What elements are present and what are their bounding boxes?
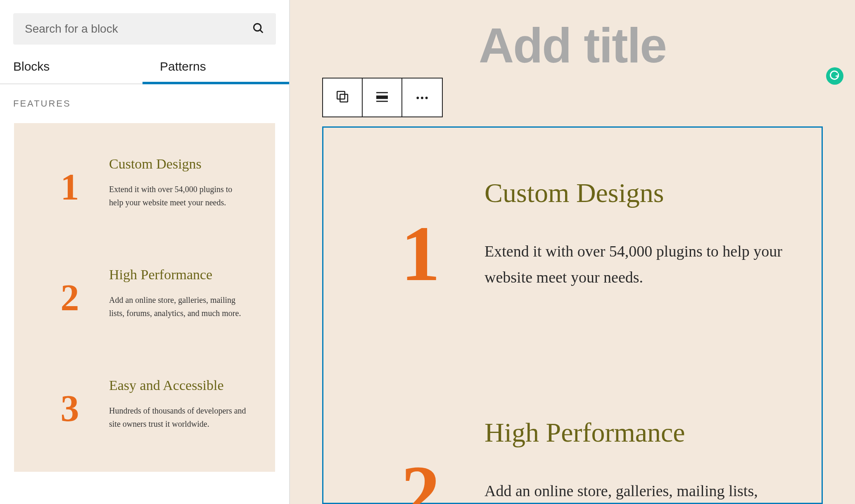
search-icon xyxy=(252,22,264,36)
pattern-preview-card[interactable]: 1 Custom Designs Extend it with over 54,… xyxy=(14,123,275,472)
feature-number[interactable]: 2 xyxy=(356,417,484,504)
alignment-button[interactable] xyxy=(363,78,402,116)
svg-rect-3 xyxy=(340,94,347,102)
feature-description[interactable]: Add an online store, galleries, mailing … xyxy=(484,478,788,504)
feature-description[interactable]: Extend it with over 54,000 plugins to he… xyxy=(484,238,788,290)
feature-title[interactable]: High Performance xyxy=(484,417,788,448)
svg-line-1 xyxy=(260,30,263,33)
feature-title: High Performance xyxy=(109,267,246,283)
editor-canvas[interactable]: Add title xyxy=(290,0,855,504)
feature-number[interactable]: 1 xyxy=(356,177,484,293)
feature-title[interactable]: Custom Designs xyxy=(484,177,788,209)
tab-blocks[interactable]: Blocks xyxy=(0,49,142,83)
feature-description: Hundreds of thousands of developers and … xyxy=(109,404,246,430)
feature-number: 1 xyxy=(31,156,109,206)
search-box[interactable] xyxy=(13,13,276,45)
svg-rect-4 xyxy=(376,92,388,93)
list-item: 2 High Performance Add an online store, … xyxy=(356,417,788,504)
svg-point-8 xyxy=(421,97,423,99)
pattern-category-label: FEATURES xyxy=(0,84,289,113)
feature-number: 2 xyxy=(31,267,109,316)
feature-description: Add an online store, galleries, mailing … xyxy=(109,293,246,320)
feature-title: Easy and Accessible xyxy=(109,378,246,393)
block-toolbar xyxy=(322,78,443,117)
list-item: 1 Custom Designs Extend it with over 54,… xyxy=(31,156,259,209)
search-input[interactable] xyxy=(25,22,252,36)
selected-pattern-block[interactable]: 1 Custom Designs Extend it with over 54,… xyxy=(322,126,823,504)
block-type-button[interactable] xyxy=(323,78,363,116)
list-item: 1 Custom Designs Extend it with over 54,… xyxy=(356,177,788,293)
align-icon xyxy=(375,91,389,104)
feature-number: 3 xyxy=(31,378,109,427)
svg-point-9 xyxy=(425,97,428,99)
inserter-tabs: Blocks Patterns xyxy=(0,49,289,84)
svg-point-7 xyxy=(416,97,419,99)
block-inserter-sidebar: Blocks Patterns FEATURES 1 Custom Design… xyxy=(0,0,290,504)
svg-point-0 xyxy=(254,24,261,31)
list-item: 2 High Performance Add an online store, … xyxy=(31,267,259,320)
svg-rect-5 xyxy=(376,95,388,99)
svg-rect-2 xyxy=(337,91,344,99)
more-options-button[interactable] xyxy=(402,78,442,116)
tab-patterns[interactable]: Patterns xyxy=(142,49,289,83)
feature-title: Custom Designs xyxy=(109,156,246,172)
post-title-placeholder[interactable]: Add title xyxy=(290,17,855,74)
grammarly-icon xyxy=(829,70,840,82)
svg-rect-6 xyxy=(376,101,388,102)
feature-description: Extend it with over 54,000 plugins to he… xyxy=(109,183,246,209)
list-item: 3 Easy and Accessible Hundreds of thousa… xyxy=(31,378,259,430)
ellipsis-icon xyxy=(415,94,429,101)
grammarly-badge[interactable] xyxy=(826,67,843,85)
group-icon xyxy=(335,90,349,105)
